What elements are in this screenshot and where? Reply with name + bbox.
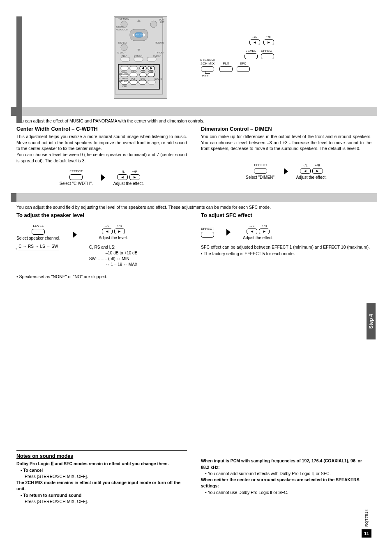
arrow-right-icon-4 xyxy=(226,229,231,235)
label-off: OFF xyxy=(122,85,127,88)
cwdth-step2-cap: Adjust the effect. xyxy=(113,181,144,186)
effect-button-icon-3 xyxy=(201,232,214,238)
cwdth-p2: You can choose a level between 0 (the ce… xyxy=(16,152,187,164)
remote-diagram-area: TOP MENU PLAY LIST DIRECT NAVIGATOR ENTE… xyxy=(16,16,371,99)
right-arrow-button: ► xyxy=(263,39,274,45)
cwdth-step1-cap: Select "C-WDTH". xyxy=(60,181,93,186)
sfc-title: To adjust SFC effect xyxy=(201,212,371,218)
spk-title: To adjust the speaker level xyxy=(16,212,187,218)
notes-l5: To return to surround sound xyxy=(23,493,82,498)
spk-step2-l: –/L xyxy=(105,224,110,228)
label-tone-balance: TONE/ BALANCE xyxy=(118,70,127,75)
right-arrow-icon-4: ► xyxy=(259,229,270,234)
notes-r3: When neither the center or surround spea… xyxy=(201,477,371,489)
zoom-effect: EFFECT xyxy=(261,49,274,53)
notes-r4c: or SFC. xyxy=(272,490,288,495)
spk-ranges-3: SW: – – – (off) ↔ MIN xyxy=(89,256,138,262)
notes-l1c: and SFC modes remain in effect until you… xyxy=(54,461,169,466)
effect-button-icon-2 xyxy=(254,168,267,174)
spk-step2-cap: Adjust the level. xyxy=(99,235,128,240)
arrow-right-icon xyxy=(101,174,105,181)
label-sound: SOUND xyxy=(154,78,162,80)
left-arrow-button: ◄ xyxy=(249,39,260,45)
label-return: RETURN xyxy=(155,42,164,44)
right-arrow-icon: ► xyxy=(129,174,140,180)
left-arrow-icon: ◄ xyxy=(117,174,128,180)
zoom-off: OFF xyxy=(202,74,209,78)
label-minus-l: –/L xyxy=(141,63,144,66)
cwdth-step1-top: EFFECT xyxy=(69,169,83,173)
spk-step1-top: LEVEL xyxy=(33,224,44,228)
notes-l6: Press [STEREO/2CH MIX, OFF]. xyxy=(25,499,187,505)
notes-l2: To cancel xyxy=(23,468,43,473)
arrow-right-icon-2 xyxy=(284,168,288,175)
notes-l3: Press [STEREO/2CH MIX, OFF]. xyxy=(25,473,187,480)
label-stereo-2ch: STEREO/ 2CH MIX xyxy=(119,77,128,82)
sfc-effect-column: To adjust SFC effect EFFECT –/L◄ +/R► Ad… xyxy=(201,212,371,279)
cwdth-title: Center Width Control – C-WDTH xyxy=(16,126,187,132)
page-number: 11 xyxy=(362,529,371,538)
arrow-right-icon-3 xyxy=(73,231,77,238)
right-arrow-icon-2: ► xyxy=(312,168,323,174)
sfc-p2: The factory setting is EFFECT 5 for each… xyxy=(201,251,371,256)
sfc-step2-l: –/L xyxy=(250,224,255,228)
left-arrow-icon-2: ◄ xyxy=(300,168,311,174)
label-plus-r: +/R xyxy=(150,63,153,66)
label-effect: EFFECT xyxy=(148,70,156,73)
dimen-step2-l: –/L xyxy=(303,164,308,167)
dimen-title: Dimension Control – DIMEN xyxy=(201,126,371,132)
s1-intro: You can adjust the effect of MUSIC and P… xyxy=(16,118,371,123)
off-bracket-line xyxy=(205,71,210,74)
step-tab-label: Step 4 xyxy=(368,314,374,329)
cycle-return-line xyxy=(18,251,59,251)
zoom-sfc-button xyxy=(237,66,250,72)
dimen-step2-r: +/R xyxy=(315,164,320,167)
dimen-step1-cap: Select "DIMEN". xyxy=(246,175,276,180)
zoom-sfc: SFC xyxy=(240,62,247,65)
cwdth-step2-l: –/L xyxy=(120,170,125,173)
right-arrow-icon-3: ► xyxy=(114,229,125,234)
left-arrow-icon-3: ◄ xyxy=(102,229,113,234)
spk-ranges-2: –10 dB to +10 dB xyxy=(89,250,138,256)
dimen-p1: You can make up for differences in the o… xyxy=(201,134,371,152)
step-tab: Step 4 xyxy=(367,303,376,339)
notes-r2c: , or SFC. xyxy=(314,471,331,476)
sfc-p1: SFC effect can be adjusted between EFFEC… xyxy=(201,244,371,250)
notes-l1a: Dolby Pro Logic xyxy=(16,461,51,466)
spk-note: Speakers set as "NONE" or "NO" are skipp… xyxy=(16,274,187,279)
label-top-menu: TOP MENU xyxy=(118,18,129,20)
sfc-step1-top: EFFECT xyxy=(201,227,214,231)
label-tv-vol-minus: TV VOL – xyxy=(117,51,126,54)
dimen-step2-cap: Adjust the effect. xyxy=(296,175,327,180)
label-tv-vol-plus: TV VOL + xyxy=(155,51,164,54)
spk-ranges-4: ↔ 1 – 19 ↔ MAX xyxy=(89,262,138,268)
left-vertical-bar xyxy=(16,16,22,123)
spk-step1-cap: Select speaker channel. xyxy=(16,236,60,240)
notes-r4a: You cannot use Dolby Pro Logic xyxy=(208,490,270,495)
label-play-list: PLAY LIST xyxy=(155,18,164,23)
label-help: HELP xyxy=(122,55,127,57)
label-dpl2: PLⅡ xyxy=(131,78,135,80)
label-sfc: SFC xyxy=(141,78,145,80)
remote-control-diagram: TOP MENU PLAY LIST DIRECT NAVIGATOR ENTE… xyxy=(114,16,167,99)
notes-r1: When input is PCM with sampling frequenc… xyxy=(201,458,371,470)
footer: RQT7514 11 xyxy=(362,509,371,538)
effect-button-icon xyxy=(69,174,83,180)
notes-l1b: Ⅱ xyxy=(51,462,53,466)
spk-ranges-1: C, RS and LS: xyxy=(89,245,138,250)
spk-cycle: C → RS → LS → SW xyxy=(18,244,58,249)
s2-intro: You can adjust the sound field by adjust… xyxy=(16,205,371,210)
left-arrow-icon-4: ◄ xyxy=(247,229,257,234)
zoom-dpl2: PLⅡ xyxy=(223,62,228,65)
label-direct-navigator: DIRECT NAVIGATOR xyxy=(116,26,127,31)
label-dimmer: DIMMER xyxy=(134,55,142,57)
label-sleep: SLEEP xyxy=(131,70,137,73)
center-width-column: Center Width Control – C-WDTH This adjus… xyxy=(16,126,187,186)
zoom-minus-l: –/L xyxy=(252,35,257,39)
label-enter: ENTER xyxy=(136,33,143,36)
notes-rule xyxy=(16,450,187,451)
spk-step2-r: +/R xyxy=(117,224,122,228)
notes-r2a: You cannot add surround effects with Dol… xyxy=(208,471,311,476)
document-id: RQT7514 xyxy=(364,509,369,527)
section-divider-bar-1 xyxy=(11,107,377,116)
